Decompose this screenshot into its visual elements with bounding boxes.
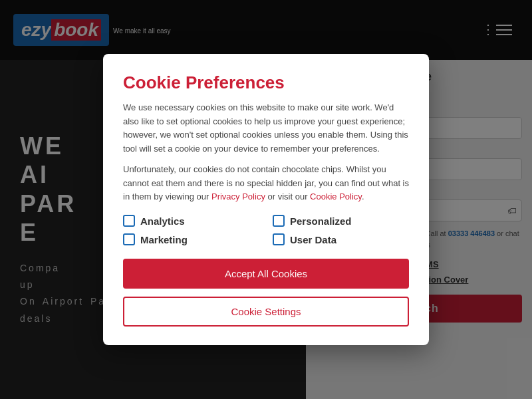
checkbox-user-data[interactable]: User Data: [273, 233, 409, 245]
checkbox-marketing[interactable]: Marketing: [123, 233, 259, 245]
analytics-checkbox[interactable]: [123, 215, 135, 227]
modal-body-text2: Unfortunately, our cookies do not contai…: [123, 163, 409, 204]
personalized-checkbox[interactable]: [273, 215, 285, 227]
analytics-label: Analytics: [140, 215, 185, 227]
privacy-link[interactable]: Privacy Policy: [211, 192, 265, 201]
cookie-overlay: Cookie Preferences We use necessary cook…: [0, 0, 532, 399]
cookie-settings-button[interactable]: Cookie Settings: [123, 297, 409, 327]
cookie-policy-link[interactable]: Cookie Policy: [310, 192, 362, 201]
marketing-label: Marketing: [140, 234, 188, 245]
modal-title: Cookie Preferences: [123, 72, 409, 93]
marketing-checkbox[interactable]: [123, 233, 135, 245]
personalized-label: Personalized: [290, 215, 352, 227]
accept-all-button[interactable]: Accept All Cookies: [123, 259, 409, 289]
modal-body-text: We use necessary cookies on this website…: [123, 101, 409, 156]
cookie-modal: Cookie Preferences We use necessary cook…: [103, 54, 429, 346]
user-data-label: User Data: [290, 234, 336, 245]
checkbox-analytics[interactable]: Analytics: [123, 215, 259, 227]
user-data-checkbox[interactable]: [273, 233, 285, 245]
checkboxes-grid: Analytics Personalized Marketing User Da…: [123, 215, 409, 245]
checkbox-personalized[interactable]: Personalized: [273, 215, 409, 227]
